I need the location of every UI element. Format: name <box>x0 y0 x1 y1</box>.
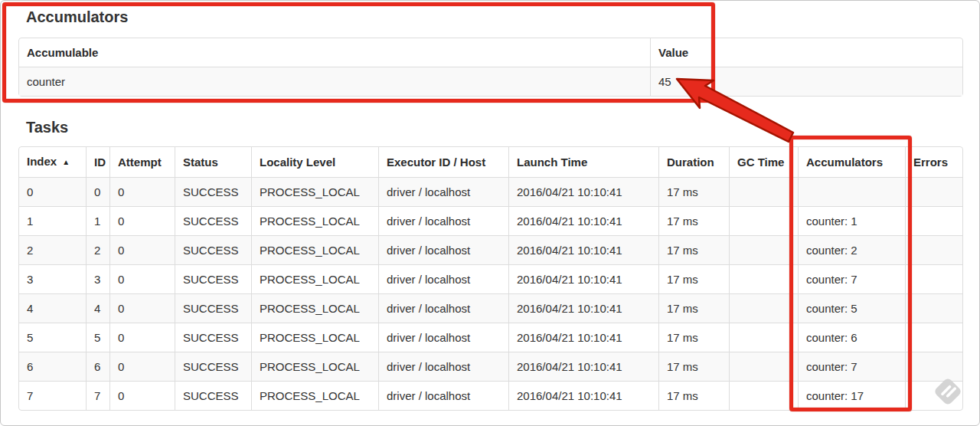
cell-launch-time: 2016/04/21 10:10:41 <box>508 264 658 293</box>
accumulators-section-title: Accumulators <box>26 8 960 26</box>
table-row: 660SUCCESSPROCESS_LOCALdriver / localhos… <box>19 352 962 381</box>
sort-ascending-icon: ▲ <box>62 158 70 166</box>
cell-launch-time: 2016/04/21 10:10:41 <box>508 352 658 381</box>
tasks-table-body: 000SUCCESSPROCESS_LOCALdriver / localhos… <box>19 177 962 410</box>
cell-locality-level: PROCESS_LOCAL <box>251 323 378 352</box>
cell-launch-time: 2016/04/21 10:10:41 <box>508 293 658 323</box>
cell-gc-time <box>729 293 798 323</box>
cell-errors <box>905 381 962 410</box>
column-header-label: Executor ID / Host <box>387 156 485 169</box>
table-row: 110SUCCESSPROCESS_LOCALdriver / localhos… <box>19 206 962 235</box>
column-header-attempt[interactable]: Attempt <box>109 147 175 177</box>
cell-gc-time <box>729 177 798 206</box>
cell-launch-time: 2016/04/21 10:10:41 <box>508 177 658 206</box>
cell-attempt: 0 <box>109 235 175 264</box>
column-header-executor-id-host[interactable]: Executor ID / Host <box>378 147 508 177</box>
column-header-status[interactable]: Status <box>175 147 251 177</box>
cell-accumulable: counter <box>19 67 650 96</box>
column-header-duration[interactable]: Duration <box>658 147 729 177</box>
cell-errors <box>905 293 962 323</box>
column-header-label: Value <box>658 46 688 59</box>
table-row: counter45 <box>19 67 962 96</box>
cell-index: 2 <box>19 235 86 264</box>
accumulators-table-body: counter45 <box>19 67 962 96</box>
cell-gc-time <box>729 264 798 293</box>
cell-duration: 17 ms <box>658 352 729 381</box>
cell-status: SUCCESS <box>175 323 251 352</box>
cell-id: 1 <box>86 206 109 235</box>
cell-duration: 17 ms <box>658 235 729 264</box>
tasks-table-head: Index▲IDAttemptStatusLocality LevelExecu… <box>19 147 962 177</box>
cell-id: 2 <box>86 235 109 264</box>
cell-id: 7 <box>86 381 109 410</box>
column-header-label: GC Time <box>737 156 784 169</box>
cell-launch-time: 2016/04/21 10:10:41 <box>508 323 658 352</box>
column-header-label: Errors <box>913 156 948 169</box>
cell-attempt: 0 <box>109 264 175 293</box>
cell-attempt: 0 <box>109 381 175 410</box>
spark-stage-detail-page: Accumulators AccumulableValue counter45 … <box>0 0 980 426</box>
column-header-value[interactable]: Value <box>650 38 962 67</box>
cell-index: 0 <box>19 177 86 206</box>
header-row: AccumulableValue <box>19 38 962 67</box>
accumulators-table: AccumulableValue counter45 <box>18 38 963 97</box>
cell-gc-time <box>729 235 798 264</box>
column-header-gc-time[interactable]: GC Time <box>729 147 798 177</box>
column-header-errors[interactable]: Errors <box>905 147 962 177</box>
column-header-label: Locality Level <box>260 156 335 169</box>
cell-accumulators: counter: 6 <box>798 323 905 352</box>
cell-executor-id-host: driver / localhost <box>378 177 508 206</box>
cell-accumulators <box>798 177 905 206</box>
cell-duration: 17 ms <box>658 381 729 410</box>
table-row: 440SUCCESSPROCESS_LOCALdriver / localhos… <box>19 293 962 323</box>
cell-value: 45 <box>650 67 962 96</box>
column-header-label: Accumulators <box>806 156 883 169</box>
cell-attempt: 0 <box>109 323 175 352</box>
cell-launch-time: 2016/04/21 10:10:41 <box>508 235 658 264</box>
cell-executor-id-host: driver / localhost <box>378 264 508 293</box>
cell-accumulators: counter: 1 <box>798 206 905 235</box>
cell-accumulators: counter: 17 <box>798 381 905 410</box>
cell-status: SUCCESS <box>175 293 251 323</box>
cell-attempt: 0 <box>109 293 175 323</box>
cell-errors <box>905 177 962 206</box>
cell-gc-time <box>729 323 798 352</box>
column-header-label: Launch Time <box>517 156 587 169</box>
cell-locality-level: PROCESS_LOCAL <box>251 381 378 410</box>
column-header-locality-level[interactable]: Locality Level <box>251 147 378 177</box>
cell-gc-time <box>729 206 798 235</box>
cell-status: SUCCESS <box>175 235 251 264</box>
cell-duration: 17 ms <box>658 293 729 323</box>
table-row: 770SUCCESSPROCESS_LOCALdriver / localhos… <box>19 381 962 410</box>
tasks-section-title: Tasks <box>26 119 960 136</box>
cell-id: 0 <box>86 177 109 206</box>
cell-id: 6 <box>86 352 109 381</box>
cell-index: 6 <box>19 352 86 381</box>
cell-accumulators: counter: 5 <box>798 293 905 323</box>
cell-attempt: 0 <box>109 206 175 235</box>
cell-id: 4 <box>86 293 109 323</box>
cell-status: SUCCESS <box>175 264 251 293</box>
column-header-label: Index <box>27 155 57 168</box>
column-header-accumulable[interactable]: Accumulable <box>19 38 650 67</box>
column-header-id[interactable]: ID <box>86 147 109 177</box>
accumulators-table-head: AccumulableValue <box>19 38 962 67</box>
cell-executor-id-host: driver / localhost <box>378 206 508 235</box>
cell-duration: 17 ms <box>658 206 729 235</box>
cell-errors <box>905 235 962 264</box>
cell-index: 1 <box>19 206 86 235</box>
column-header-index[interactable]: Index▲ <box>19 147 86 177</box>
cell-duration: 17 ms <box>658 323 729 352</box>
cell-locality-level: PROCESS_LOCAL <box>251 235 378 264</box>
cell-locality-level: PROCESS_LOCAL <box>251 177 378 206</box>
cell-locality-level: PROCESS_LOCAL <box>251 206 378 235</box>
column-header-launch-time[interactable]: Launch Time <box>508 147 658 177</box>
header-row: Index▲IDAttemptStatusLocality LevelExecu… <box>19 147 962 177</box>
cell-executor-id-host: driver / localhost <box>378 293 508 323</box>
table-row: 220SUCCESSPROCESS_LOCALdriver / localhos… <box>19 235 962 264</box>
cell-accumulators: counter: 7 <box>798 264 905 293</box>
column-header-label: Status <box>183 156 218 169</box>
column-header-label: Duration <box>667 156 714 169</box>
column-header-accumulators[interactable]: Accumulators <box>798 147 905 177</box>
cell-accumulators: counter: 2 <box>798 235 905 264</box>
